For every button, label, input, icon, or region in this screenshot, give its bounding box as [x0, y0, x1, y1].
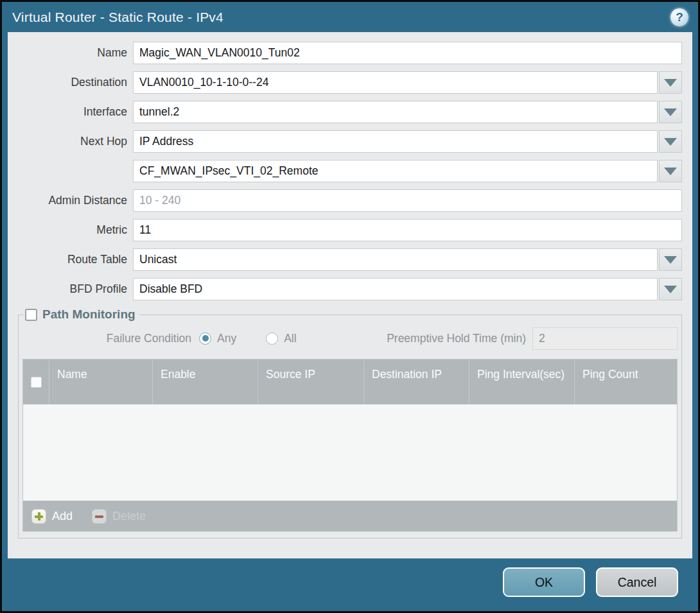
delete-button[interactable]: Delete	[92, 509, 146, 524]
admin-distance-label: Admin Distance	[8, 194, 133, 207]
metric-label: Metric	[8, 223, 133, 237]
route-table-label: Route Table	[8, 253, 133, 266]
table-header-name[interactable]: Name	[49, 359, 152, 404]
add-plus-icon	[31, 509, 46, 524]
select-all-checkbox[interactable]	[31, 377, 42, 388]
dialog-content: Name Destination Interface	[8, 32, 692, 558]
route-table-input[interactable]	[133, 248, 658, 271]
next-hop-label: Next Hop	[8, 135, 133, 148]
next-hop-type-dropdown-button[interactable]	[659, 130, 682, 153]
failure-condition-any-option[interactable]: Any	[199, 332, 236, 345]
radio-selected-icon	[199, 332, 211, 345]
table-header-row: Name Enable Source IP Destination IP Pin…	[23, 359, 677, 404]
failure-condition-label: Failure Condition	[22, 332, 199, 345]
chevron-down-icon	[664, 79, 677, 87]
screenshot-frame: Virtual Router - Static Route - IPv4 ? N…	[0, 0, 700, 613]
failure-condition-all-label: All	[284, 332, 296, 345]
row-route-table: Route Table	[8, 248, 682, 271]
add-button[interactable]: Add	[31, 509, 73, 524]
interface-dropdown-button[interactable]	[659, 101, 682, 123]
failure-condition-row: Failure Condition Any All Preemptive Hol…	[22, 326, 678, 350]
path-monitoring-table: Name Enable Source IP Destination IP Pin…	[22, 359, 678, 531]
preemptive-hold-time-label: Preemptive Hold Time (min)	[387, 332, 532, 345]
row-next-hop: Next Hop	[8, 130, 682, 153]
row-metric: Metric	[8, 219, 682, 241]
table-header-destination-ip[interactable]: Destination IP	[363, 359, 469, 404]
interface-input[interactable]	[133, 101, 658, 123]
ok-button[interactable]: OK	[503, 567, 585, 597]
metric-input[interactable]	[133, 219, 682, 241]
failure-condition-any-label: Any	[217, 332, 236, 345]
row-interface: Interface	[8, 101, 682, 123]
path-monitoring-section: Path Monitoring Failure Condition Any Al…	[18, 307, 682, 539]
bfd-profile-input[interactable]	[133, 278, 658, 300]
help-icon[interactable]: ?	[670, 8, 688, 26]
cancel-button[interactable]: Cancel	[596, 567, 678, 597]
table-header-ping-interval[interactable]: Ping Interval(sec)	[469, 359, 574, 404]
chevron-down-icon	[664, 138, 677, 146]
preemptive-hold-time-input[interactable]	[532, 327, 678, 350]
next-hop-type-input[interactable]	[133, 130, 658, 153]
row-next-hop-address	[8, 160, 682, 182]
admin-distance-input[interactable]	[133, 189, 682, 212]
dialog-titlebar: Virtual Router - Static Route - IPv4 ?	[2, 2, 698, 32]
delete-button-label: Delete	[112, 510, 146, 523]
row-admin-distance: Admin Distance	[8, 189, 682, 212]
chevron-down-icon	[664, 256, 677, 264]
table-header-enable[interactable]: Enable	[152, 359, 258, 404]
name-input[interactable]	[133, 42, 682, 64]
destination-input[interactable]	[133, 71, 658, 94]
table-body-empty[interactable]	[23, 404, 677, 501]
chevron-down-icon	[664, 168, 677, 175]
table-header-ping-count[interactable]: Ping Count	[574, 359, 677, 404]
delete-minus-icon	[92, 509, 107, 524]
dialog-footer: OK Cancel	[2, 558, 698, 611]
destination-dropdown-button[interactable]	[659, 71, 682, 94]
bfd-profile-dropdown-button[interactable]	[659, 278, 682, 300]
row-name: Name	[8, 42, 682, 64]
name-label: Name	[8, 46, 133, 60]
path-monitoring-legend: Path Monitoring	[24, 307, 139, 322]
row-bfd-profile: BFD Profile	[8, 278, 682, 300]
radio-unselected-icon	[266, 332, 278, 345]
add-button-label: Add	[52, 510, 73, 523]
next-hop-address-dropdown-button[interactable]	[659, 160, 682, 182]
dialog-title: Virtual Router - Static Route - IPv4	[12, 10, 223, 25]
bfd-profile-label: BFD Profile	[8, 282, 133, 296]
route-table-dropdown-button[interactable]	[659, 248, 682, 271]
table-header-source-ip[interactable]: Source IP	[258, 359, 363, 404]
next-hop-address-input[interactable]	[133, 160, 658, 182]
path-monitoring-checkbox[interactable]	[25, 309, 37, 321]
path-monitoring-title: Path Monitoring	[42, 307, 136, 322]
table-footer-bar: Add Delete	[23, 501, 677, 531]
table-header-select-all[interactable]	[23, 359, 49, 404]
destination-label: Destination	[8, 76, 133, 89]
chevron-down-icon	[664, 286, 677, 293]
row-destination: Destination	[8, 71, 682, 94]
interface-label: Interface	[8, 105, 133, 119]
failure-condition-all-option[interactable]: All	[266, 332, 296, 345]
chevron-down-icon	[664, 108, 677, 116]
static-route-dialog: Virtual Router - Static Route - IPv4 ? N…	[2, 2, 698, 611]
